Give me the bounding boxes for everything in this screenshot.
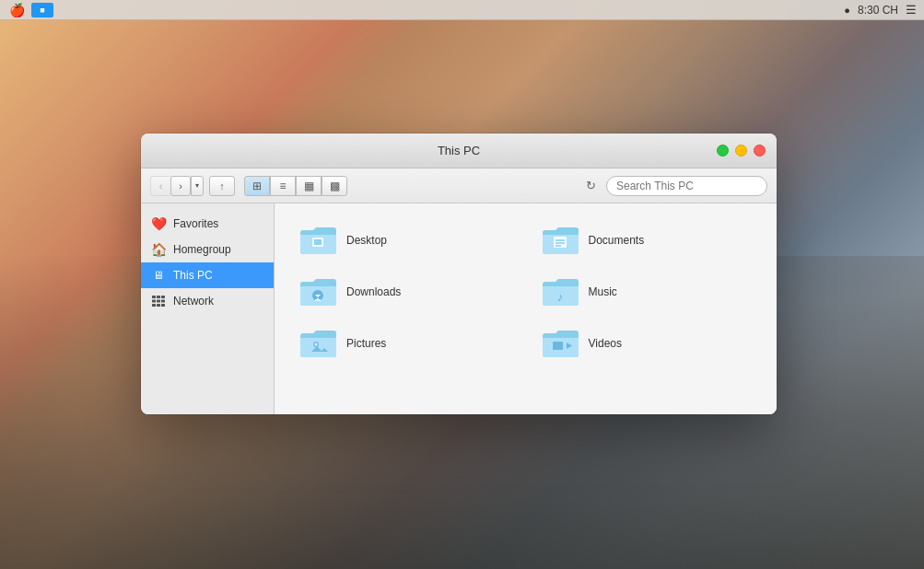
sidebar-item-label: Favorites (173, 217, 218, 230)
apple-menu[interactable]: 🍎 (7, 1, 26, 19)
menubar: 🍎 ■ ● 8:30 CH ☰ (0, 0, 924, 20)
clock: 8:30 CH (858, 4, 898, 17)
menubar-right: ● 8:30 CH ☰ (844, 3, 917, 17)
homegroup-icon: 🏠 (150, 242, 167, 257)
titlebar: This PC (141, 134, 777, 168)
forward-button[interactable]: › (170, 176, 191, 196)
file-name-documents: Documents (589, 234, 645, 247)
refresh-button[interactable]: ↻ (580, 176, 601, 196)
minimize-button[interactable] (735, 145, 747, 157)
maximize-button[interactable] (717, 145, 729, 157)
svg-rect-4 (157, 300, 160, 303)
menubar-left: 🍎 ■ (7, 1, 53, 19)
close-button[interactable] (754, 145, 766, 157)
sidebar-item-label: Network (173, 295, 214, 308)
search-input[interactable] (606, 176, 767, 196)
sidebar-item-homegroup[interactable]: 🏠 Homegroup (141, 237, 274, 262)
file-name-videos: Videos (589, 337, 622, 350)
sidebar-item-this-pc[interactable]: 🖥 This PC (141, 262, 274, 288)
svg-rect-22 (553, 342, 563, 350)
folder-icon-music: ♪ (541, 275, 579, 308)
sidebar-item-label: This PC (173, 269, 213, 282)
svg-rect-5 (161, 300, 165, 303)
file-name-pictures: Pictures (346, 337, 386, 350)
svg-rect-10 (314, 239, 322, 245)
view-icons-button[interactable]: ⊞ (244, 176, 270, 196)
this-pc-icon: 🖥 (150, 268, 167, 283)
nav-dropdown[interactable]: ▾ (191, 176, 204, 196)
back-button[interactable]: ‹ (150, 176, 170, 196)
menu-icon[interactable]: ☰ (906, 3, 917, 17)
window-title: This PC (438, 144, 480, 157)
file-item-downloads[interactable]: Downloads (293, 272, 517, 312)
svg-rect-6 (152, 304, 156, 307)
up-button[interactable]: ↑ (209, 176, 235, 196)
app-icon: ■ (31, 3, 53, 17)
folder-icon-desktop (298, 224, 337, 257)
file-explorer-window: This PC ‹ › ▾ ↑ ⊞ ≡ ▦ ▩ (141, 134, 777, 414)
svg-rect-7 (157, 304, 160, 307)
folder-icon-downloads (298, 275, 337, 308)
traffic-lights (717, 145, 766, 157)
svg-text:♪: ♪ (556, 290, 563, 304)
folder-icon-videos (541, 327, 579, 360)
svg-rect-2 (161, 296, 165, 298)
file-name-music: Music (589, 285, 617, 298)
svg-point-21 (315, 343, 318, 346)
favorites-icon: ❤️ (150, 216, 167, 231)
nav-button-group: ‹ › ▾ (150, 176, 204, 196)
file-item-documents[interactable]: Documents (535, 220, 759, 261)
file-item-videos[interactable]: Videos (535, 323, 759, 364)
view-gallery-button[interactable]: ▩ (322, 176, 347, 196)
file-name-desktop: Desktop (346, 234, 387, 247)
sidebar-item-label: Homegroup (173, 243, 231, 256)
desktop: 🍎 ■ ● 8:30 CH ☰ This PC ‹ › (0, 0, 924, 569)
sidebar-item-network[interactable]: Network (141, 288, 274, 314)
svg-rect-3 (152, 300, 156, 303)
file-grid: Desktop Documents (275, 203, 777, 414)
folder-icon-pictures (298, 327, 337, 360)
file-item-desktop[interactable]: Desktop (293, 220, 517, 261)
svg-rect-1 (157, 296, 160, 298)
svg-rect-0 (152, 296, 156, 298)
file-item-pictures[interactable]: Pictures (293, 323, 517, 364)
wifi-icon: ● (844, 5, 850, 16)
view-buttons: ⊞ ≡ ▦ ▩ (244, 176, 347, 196)
toolbar: ‹ › ▾ ↑ ⊞ ≡ ▦ ▩ ↻ (141, 168, 777, 203)
svg-rect-8 (161, 304, 165, 307)
content-area: ❤️ Favorites 🏠 Homegroup 🖥 This PC (141, 203, 777, 414)
view-list-button[interactable]: ≡ (270, 176, 296, 196)
network-icon (150, 294, 167, 308)
file-name-downloads: Downloads (346, 285, 401, 298)
sidebar-item-favorites[interactable]: ❤️ Favorites (141, 211, 274, 237)
folder-icon-documents (541, 224, 579, 257)
sidebar: ❤️ Favorites 🏠 Homegroup 🖥 This PC (141, 203, 275, 414)
file-item-music[interactable]: ♪ Music (535, 272, 759, 312)
view-columns-button[interactable]: ▦ (296, 176, 322, 196)
